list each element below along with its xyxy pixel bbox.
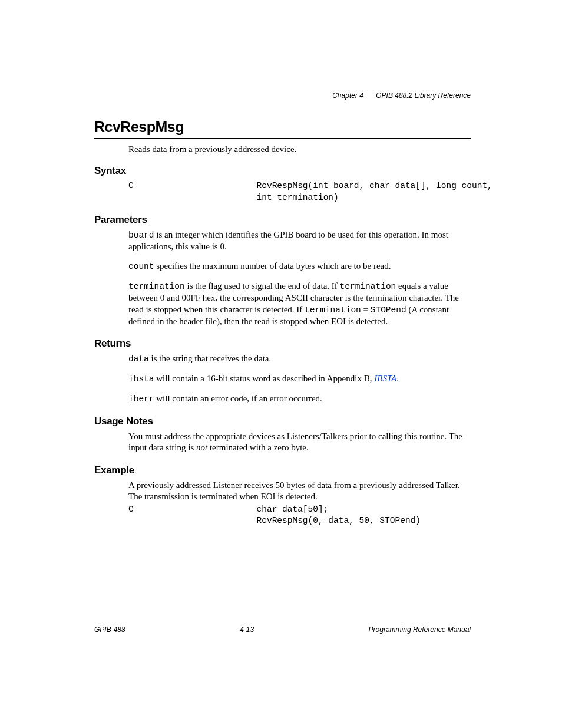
param-termination: termination is the flag used to signal t… bbox=[128, 281, 471, 327]
returns-heading: Returns bbox=[94, 338, 471, 350]
return-data-code: data bbox=[128, 354, 149, 364]
intro-text: Reads data from a previously addressed d… bbox=[128, 144, 471, 154]
footer-right: Programming Reference Manual bbox=[369, 625, 471, 634]
usage-heading: Usage Notes bbox=[94, 416, 471, 427]
example-heading: Example bbox=[94, 465, 471, 476]
returns-body: data is the string that receives the dat… bbox=[128, 353, 471, 405]
param-board: board is an integer which identifies the… bbox=[128, 229, 471, 252]
page-title: RcvRespMsg bbox=[94, 118, 471, 136]
param-board-text: is an integer which identifies the GPIB … bbox=[128, 230, 448, 251]
footer-left: GPIB-488 bbox=[94, 625, 125, 634]
usage-ital: not bbox=[196, 443, 207, 452]
param-count-code: count bbox=[128, 262, 154, 271]
example-body: A previously addressed Listener receives… bbox=[128, 480, 471, 503]
return-ibsta-code: ibsta bbox=[128, 374, 154, 384]
usage-text: You must address the appropriate devices… bbox=[128, 431, 471, 454]
page-footer: GPIB-488 4-13 Programming Reference Manu… bbox=[94, 625, 471, 634]
page-header: Chapter 4 GPIB 488.2 Library Reference bbox=[94, 91, 471, 100]
parameters-body: board is an integer which identifies the… bbox=[128, 229, 471, 327]
syntax-heading: Syntax bbox=[94, 165, 471, 177]
param-count: count specifies the maximum number of da… bbox=[128, 261, 471, 272]
example-desc: A previously addressed Listener receives… bbox=[128, 480, 471, 503]
header-section: GPIB 488.2 Library Reference bbox=[376, 91, 471, 100]
usage-body: You must address the appropriate devices… bbox=[128, 431, 471, 454]
param-board-code: board bbox=[128, 230, 154, 240]
ibsta-link[interactable]: IBSTA bbox=[374, 374, 396, 383]
syntax-code: RcvRespMsg(int board, char data[], long … bbox=[128, 181, 492, 202]
param-term-code4: STOPend bbox=[371, 305, 406, 315]
param-count-text: specifies the maximum number of data byt… bbox=[154, 261, 391, 271]
title-rule bbox=[94, 138, 471, 139]
return-data: data is the string that receives the dat… bbox=[128, 353, 471, 365]
example-block: C char data[50]; RcvRespMsg(0, data, 50,… bbox=[128, 504, 471, 527]
syntax-block: C RcvRespMsg(int board, char data[], lon… bbox=[128, 180, 471, 203]
example-lang: C bbox=[128, 505, 134, 514]
header-chapter: Chapter 4 bbox=[332, 91, 363, 100]
param-term-code2: termination bbox=[340, 282, 396, 291]
footer-center: 4-13 bbox=[240, 625, 254, 634]
param-term-code3: termination bbox=[305, 305, 361, 315]
return-ibsta: ibsta will contain a 16-bit status word … bbox=[128, 373, 471, 385]
parameters-heading: Parameters bbox=[94, 214, 471, 226]
return-iberr-code: iberr bbox=[128, 394, 154, 404]
syntax-lang: C bbox=[128, 181, 134, 190]
param-term-code1: termination bbox=[128, 282, 185, 291]
return-iberr: iberr will contain an error code, if an … bbox=[128, 393, 471, 405]
example-code: char data[50]; RcvRespMsg(0, data, 50, S… bbox=[128, 505, 421, 526]
